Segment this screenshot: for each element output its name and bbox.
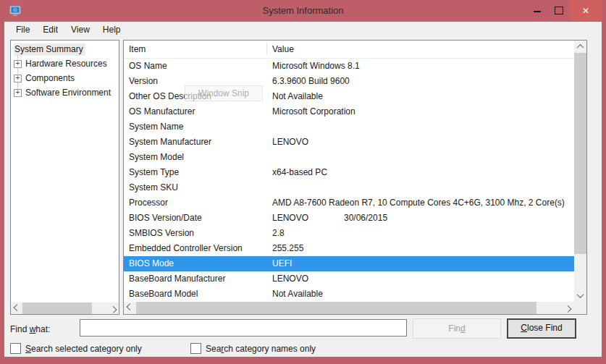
row-value: 2.8 (272, 226, 285, 241)
scroll-left-icon[interactable] (124, 302, 136, 314)
close-icon: ✕ (582, 6, 589, 16)
column-header-item[interactable]: Item (129, 44, 146, 54)
scrollbar-corner (574, 302, 586, 314)
expand-plus-icon[interactable]: + (14, 89, 22, 97)
row-value: UEFI (272, 256, 292, 271)
row-value: LENOVO (272, 271, 308, 287)
detail-table-panel: Item Value OS Name Microsoft Windows 8.1… (123, 40, 587, 315)
category-tree-panel: System Summary +Hardware Resources +Comp… (10, 40, 119, 315)
menu-help[interactable]: Help (96, 22, 127, 37)
table-row[interactable]: SMBIOS Version 2.8 (124, 226, 574, 241)
table-row[interactable]: BaseBoard Manufacturer LENOVO (124, 271, 574, 287)
search-selected-category-checkbox-group: Search selected category only (10, 343, 142, 355)
window-snip-ghost-tooltip: Window Snip (185, 85, 263, 101)
row-value: LENOVO (272, 211, 308, 226)
row-item: System Model (129, 150, 184, 165)
find-what-label: Find what: (10, 324, 50, 334)
table-row[interactable]: System Type x64-based PC (124, 165, 574, 180)
column-separator[interactable] (266, 43, 267, 55)
search-category-names-checkbox-group: Search category names only (190, 343, 316, 355)
row-item: Embedded Controller Version (129, 241, 243, 256)
row-value: Not Available (272, 287, 323, 302)
row-item: System SKU (129, 180, 178, 195)
row-value: 255.255 (272, 241, 303, 256)
row-value: AMD A8-7600 Radeon R7, 10 Compute Cores … (272, 195, 565, 211)
find-what-input[interactable] (80, 319, 407, 337)
scroll-down-icon[interactable] (574, 289, 586, 302)
vscroll-thumb[interactable] (574, 53, 586, 254)
tree-item-label: Software Environment (25, 88, 111, 98)
row-value-date: 30/06/2015 (344, 211, 387, 226)
row-item: System Name (129, 119, 183, 135)
category-tree: System Summary +Hardware Resources +Comp… (11, 41, 119, 100)
system-information-window: System Information ✕ File Edit View Help… (0, 0, 606, 364)
table-row-selected[interactable]: BIOS Mode UEFI (124, 256, 574, 271)
search-category-names-checkbox[interactable] (190, 343, 201, 354)
minimize-button[interactable] (526, 0, 548, 21)
expand-plus-icon[interactable]: + (14, 60, 22, 68)
table-header: Item Value (124, 41, 574, 59)
table-row[interactable]: BaseBoard Model Not Available (124, 287, 574, 302)
minimize-icon (534, 11, 541, 12)
titlebar: System Information ✕ (0, 0, 606, 22)
row-item: Version (129, 74, 158, 89)
table-row[interactable]: BIOS Version/Date LENOVO 30/06/2015 (124, 211, 574, 226)
row-value: 6.3.9600 Build 9600 (272, 74, 350, 89)
scroll-right-icon[interactable] (562, 302, 574, 314)
maximize-button[interactable] (548, 0, 570, 21)
row-value: Not Available (272, 89, 323, 104)
menu-view[interactable]: View (64, 22, 96, 37)
row-item: BIOS Version/Date (129, 211, 202, 226)
scroll-left-icon[interactable] (11, 302, 22, 314)
tree-item-label: Hardware Resources (25, 59, 107, 69)
detail-table: Item Value OS Name Microsoft Windows 8.1… (124, 41, 574, 302)
table-row[interactable]: Embedded Controller Version 255.255 (124, 241, 574, 256)
row-value: x64-based PC (272, 165, 327, 180)
maximize-icon (555, 7, 563, 14)
horizontal-scrollbar[interactable] (124, 302, 574, 314)
table-row[interactable]: System Manufacturer LENOVO (124, 135, 574, 150)
tree-item-hardware-resources[interactable]: +Hardware Resources (14, 56, 119, 71)
column-header-value[interactable]: Value (272, 44, 294, 54)
table-row[interactable]: OS Name Microsoft Windows 8.1 (124, 59, 574, 74)
menubar: File Edit View Help (4, 22, 602, 38)
row-value: Microsoft Windows 8.1 (272, 59, 360, 74)
row-item: System Type (129, 165, 179, 180)
close-button[interactable]: ✕ (570, 0, 602, 21)
window-title: System Information (0, 5, 606, 16)
hscroll-thumb[interactable] (136, 302, 536, 314)
table-row[interactable]: Processor AMD A8-7600 Radeon R7, 10 Comp… (124, 195, 574, 211)
row-item: OS Manufacturer (129, 104, 195, 119)
row-item: Processor (129, 195, 168, 211)
vertical-scrollbar[interactable] (574, 41, 586, 302)
row-item: OS Name (129, 59, 167, 74)
expand-plus-icon[interactable]: + (14, 75, 22, 82)
row-item: System Manufacturer (129, 135, 211, 150)
row-value: LENOVO (272, 135, 308, 150)
table-row[interactable]: System Model (124, 150, 574, 165)
tree-item-label: Components (25, 73, 75, 83)
table-row[interactable]: System Name (124, 119, 574, 135)
tree-item-label: System Summary (14, 43, 85, 56)
tree-item-components[interactable]: +Components (14, 71, 119, 85)
window-content: System Summary +Hardware Resources +Comp… (4, 38, 602, 357)
menu-file[interactable]: File (9, 22, 36, 37)
close-find-button[interactable]: Close Find (507, 318, 576, 339)
tree-item-system-summary[interactable]: System Summary (14, 42, 119, 56)
tree-horizontal-scrollbar[interactable] (11, 302, 119, 314)
scroll-up-icon[interactable] (574, 41, 586, 53)
row-item: BaseBoard Manufacturer (129, 271, 225, 287)
checkbox-label: Search selected category only (25, 344, 142, 354)
row-value: Microsoft Corporation (272, 104, 355, 119)
checkbox-label: Search category names only (206, 344, 316, 354)
scroll-right-icon[interactable] (107, 302, 119, 314)
row-item: BIOS Mode (129, 256, 174, 271)
menu-edit[interactable]: Edit (36, 22, 64, 37)
find-button[interactable]: Find (413, 318, 501, 339)
tree-item-software-environment[interactable]: +Software Environment (14, 85, 119, 100)
table-row[interactable]: System SKU (124, 180, 574, 195)
tree-hscroll-thumb[interactable] (22, 302, 92, 314)
row-item: SMBIOS Version (129, 226, 194, 241)
search-selected-category-checkbox[interactable] (10, 343, 21, 354)
table-row[interactable]: OS Manufacturer Microsoft Corporation (124, 104, 574, 119)
